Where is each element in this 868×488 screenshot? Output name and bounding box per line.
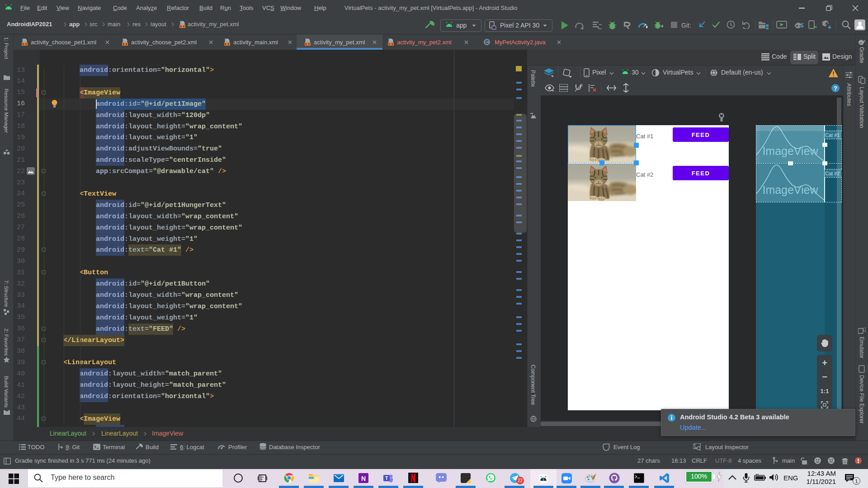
svg-text:b: b bbox=[580, 84, 583, 88]
svg-text:T: T bbox=[385, 476, 388, 481]
svg-text:C: C bbox=[485, 40, 488, 45]
svg-text:A: A bbox=[580, 26, 583, 30]
svg-text:N: N bbox=[361, 475, 366, 482]
svg-text:?: ? bbox=[834, 85, 837, 92]
